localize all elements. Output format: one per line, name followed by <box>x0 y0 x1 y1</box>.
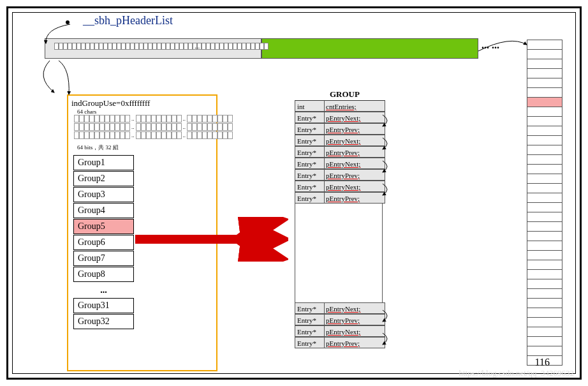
group-item: Group5 <box>73 219 134 234</box>
ind-group-use-label: indGroupUse=0xffffffff <box>71 98 150 108</box>
memory-row <box>527 250 562 260</box>
strip-trailing-dots: ··· ··· <box>481 42 499 54</box>
group-item: Group8 <box>73 267 134 282</box>
struct-field: pEntryNext; <box>324 302 385 314</box>
memory-row <box>527 231 562 241</box>
struct-field: pEntryNext; <box>324 158 385 169</box>
memory-row <box>527 317 562 327</box>
page-number: 116 <box>535 357 550 368</box>
memory-row <box>527 107 562 117</box>
memory-row <box>527 87 562 98</box>
struct-field: pEntryPrev; <box>324 192 385 204</box>
struct-field: pEntryNext; <box>324 135 385 146</box>
struct-type: Entry* <box>295 123 324 135</box>
memory-row <box>527 308 562 318</box>
struct-field: pEntryPrev; <box>324 314 385 325</box>
memory-row <box>527 40 562 50</box>
memory-row <box>527 183 562 193</box>
struct-type: Entry* <box>295 146 324 158</box>
top-header-strip: ... <box>45 38 478 59</box>
memory-row <box>527 212 562 222</box>
group-ellipsis: ... <box>73 283 134 298</box>
header-bullet <box>66 20 70 24</box>
struct-field: pEntryPrev; <box>324 146 385 158</box>
struct-field: pEntryPrev; <box>324 337 385 348</box>
group-item: Group1 <box>73 155 134 170</box>
memory-row <box>527 298 562 308</box>
strip-green <box>261 38 478 59</box>
group-item: Group3 <box>73 187 134 202</box>
watermark: https://blog.csdn.net/qq_34269632 <box>459 368 574 378</box>
struct-type: Entry* <box>295 192 324 204</box>
right-memory-bar <box>527 40 562 365</box>
struct-type: Entry* <box>295 337 324 348</box>
memory-row <box>527 116 562 126</box>
struct-field: cntEntries; <box>324 100 385 112</box>
strip-ellipsis: ... <box>195 42 200 50</box>
memory-row <box>527 269 562 279</box>
struct-type: Entry* <box>295 169 324 181</box>
memory-row <box>527 174 562 184</box>
group-item: Group31 <box>73 298 134 313</box>
memory-row <box>527 154 562 165</box>
memory-row <box>527 346 562 356</box>
memory-row <box>527 135 562 145</box>
memory-row <box>527 279 562 289</box>
memory-row <box>527 126 562 136</box>
memory-row <box>527 49 562 59</box>
struct-type: Entry* <box>295 302 324 314</box>
memory-row <box>527 97 562 107</box>
struct-gap <box>295 204 383 302</box>
memory-row <box>527 78 562 88</box>
memory-row <box>527 221 562 232</box>
struct-type: int <box>295 100 324 112</box>
memory-row <box>527 164 562 174</box>
struct-type: Entry* <box>295 112 324 123</box>
memory-row <box>527 193 562 203</box>
struct-field: pEntryPrev; <box>324 123 385 135</box>
group-item: Group7 <box>73 251 134 266</box>
chars-grid: ............ <box>74 115 233 140</box>
struct-type: Entry* <box>295 314 324 325</box>
memory-row <box>527 202 562 212</box>
memory-row <box>527 59 562 69</box>
struct-field: pEntryNext; <box>324 325 385 337</box>
memory-row <box>527 145 562 155</box>
chars-label: 64 chars <box>77 108 96 115</box>
strip-gray: ... <box>45 38 261 59</box>
strip-cells-right <box>206 43 268 50</box>
group-item: Group4 <box>73 203 134 218</box>
memory-row <box>527 260 562 270</box>
memory-row <box>527 68 562 78</box>
struct-type: Entry* <box>295 135 324 146</box>
group-list: Group1Group2Group3Group4Group5Group6Grou… <box>73 155 134 330</box>
header-pointer-label: __sbh_pHeaderList <box>83 14 173 27</box>
group-item: Group32 <box>73 314 134 329</box>
group-item: Group2 <box>73 171 134 186</box>
struct-field: pEntryPrev; <box>324 169 385 181</box>
group-struct-title: GROUP <box>330 89 360 100</box>
group-struct: intcntEntries;Entry*pEntryNext;Entry*pEn… <box>295 100 385 348</box>
memory-row <box>527 241 562 251</box>
memory-row <box>527 336 562 346</box>
struct-field: pEntryNext; <box>324 181 385 192</box>
bits-label: 64 bits，共 32 組 <box>77 144 119 152</box>
group-item: Group6 <box>73 235 134 250</box>
struct-field: pEntryNext; <box>324 112 385 123</box>
struct-type: Entry* <box>295 158 324 169</box>
memory-row <box>527 327 562 337</box>
struct-type: Entry* <box>295 181 324 192</box>
struct-type: Entry* <box>295 325 324 337</box>
memory-row <box>527 288 562 299</box>
